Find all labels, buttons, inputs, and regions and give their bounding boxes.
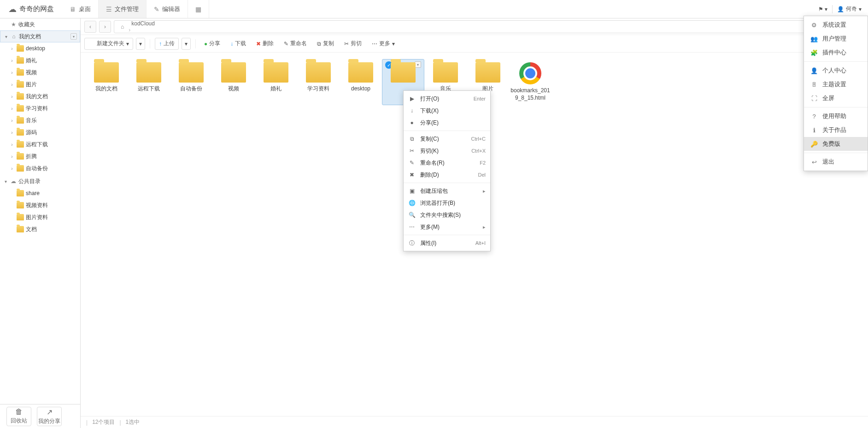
cut-button[interactable]: ✂剪切 <box>340 38 365 50</box>
sidebar-item[interactable]: ›源码 <box>0 126 80 138</box>
sidebar-item[interactable]: ›婚礼 <box>0 54 80 66</box>
folder-icon <box>136 62 161 83</box>
dropdown-icon[interactable]: ▾ <box>70 33 77 40</box>
file-name: 我的文档 <box>86 85 127 93</box>
folder-icon <box>17 81 24 88</box>
tab-desktop-label: 桌面 <box>79 5 91 13</box>
new-folder-split[interactable]: ▾ <box>136 38 145 50</box>
user-menu-trigger[interactable]: 👤 何奇 ▾ <box>837 5 862 13</box>
file-item[interactable]: 我的文档 <box>85 59 128 105</box>
cut-icon: ✂ <box>344 41 349 47</box>
file-item[interactable]: 学习资料 <box>297 59 340 105</box>
folder-icon <box>179 62 204 83</box>
sidebar-item[interactable]: ›远程下载 <box>0 138 80 150</box>
ctx-download[interactable]: ↓下载(X) <box>404 105 490 117</box>
sidebar-item[interactable]: ›视频 <box>0 66 80 78</box>
nav-back-button[interactable]: ‹ <box>84 21 96 33</box>
file-grid[interactable]: 我的文档远程下载自动备份视频婚礼学习资料desktop✓▾音乐图片bookmar… <box>81 53 868 416</box>
file-item[interactable]: 远程下载 <box>128 59 170 105</box>
sidebar-item[interactable]: ›我的文档 <box>0 90 80 102</box>
sidebar-favorites[interactable]: ★ 收藏夹 <box>0 18 80 30</box>
delete-button[interactable]: ✖删除 <box>252 38 277 50</box>
sidebar-label: 收藏夹 <box>18 21 77 29</box>
file-name: 自动备份 <box>171 85 211 93</box>
ctx-properties[interactable]: ⓘ属性(I)Alt+I <box>404 237 490 249</box>
menu-theme[interactable]: 🎚主题设置 <box>804 77 868 91</box>
sidebar-item[interactable]: share <box>0 187 80 199</box>
ctx-more[interactable]: ⋯更多(M)▸ <box>404 221 490 233</box>
menu-user-manage[interactable]: 👥用户管理 <box>804 32 868 46</box>
menu-free-version[interactable]: 🔑免费版 <box>804 137 868 151</box>
delete-icon: ✖ <box>408 172 416 178</box>
file-item[interactable]: bookmarks_2019_8_15.html <box>509 59 551 105</box>
ctx-copy[interactable]: ⧉复制(C)Ctrl+C <box>404 133 490 145</box>
ctx-cut[interactable]: ✂剪切(K)Ctrl+X <box>404 145 490 157</box>
breadcrumb-home[interactable]: ⌂ <box>117 21 128 33</box>
download-button[interactable]: ↓下载 <box>227 38 250 50</box>
tab-editor[interactable]: ✎ 编辑器 <box>147 0 188 18</box>
menu-profile[interactable]: 👤个人中心 <box>804 64 868 77</box>
chevron-down-icon: ▾ <box>126 41 129 47</box>
ctx-search[interactable]: 🔍文件夹中搜索(S) <box>404 209 490 221</box>
menu-logout[interactable]: ↩退出 <box>804 155 868 169</box>
sidebar-item[interactable]: ›学习资料 <box>0 102 80 114</box>
sidebar-item-label: 图片 <box>26 81 77 89</box>
file-item[interactable]: 自动备份 <box>170 59 212 105</box>
file-item[interactable]: desktop <box>340 59 382 105</box>
sidebar-public[interactable]: ▾ ☁ 公共目录 <box>0 175 80 187</box>
upload-split[interactable]: ▾ <box>182 38 191 50</box>
tab-apps[interactable]: ▦ <box>188 0 209 18</box>
ctx-browser[interactable]: 🌐浏览器打开(B) <box>404 197 490 209</box>
menu-label: 关于作品 <box>822 126 846 134</box>
flag-icon[interactable]: ⚑ ▾ <box>818 6 827 12</box>
ctx-delete[interactable]: ✖删除(D)Del <box>404 169 490 181</box>
tab-desktop[interactable]: 🖥 桌面 <box>62 0 99 18</box>
delete-icon: ✖ <box>256 41 261 47</box>
ctx-open[interactable]: ▶打开(O)Enter <box>404 93 490 105</box>
sidebar-item[interactable]: ›自动备份 <box>0 162 80 174</box>
sidebar-my-documents[interactable]: ▾ ⌂ 我的文档 ▾ <box>0 30 80 42</box>
rename-icon: ✎ <box>284 41 288 47</box>
ctx-share[interactable]: ●分享(E) <box>404 117 490 129</box>
ctx-zip[interactable]: ▣创建压缩包▸ <box>404 185 490 197</box>
item-menu-icon[interactable]: ▾ <box>415 61 421 68</box>
file-name: bookmarks_2019_8_15.html <box>510 87 551 101</box>
sidebar-item-label: 婚礼 <box>26 57 77 65</box>
sidebar-item[interactable]: 文档 <box>0 223 80 235</box>
sidebar-item[interactable]: ›音乐 <box>0 114 80 126</box>
new-folder-button[interactable]: 新建文件夹▾ <box>84 38 133 50</box>
my-share-button[interactable]: ↗ 我的分享 <box>37 407 62 426</box>
copy-button[interactable]: ⧉复制 <box>313 38 338 50</box>
upload-button[interactable]: ↑上传 <box>155 38 179 50</box>
question-icon: ? <box>810 113 818 120</box>
sidebar-item[interactable]: 图片资料 <box>0 211 80 223</box>
menu-about[interactable]: ℹ关于作品 <box>804 123 868 137</box>
share-button[interactable]: ●分享 <box>200 38 224 50</box>
list-icon: ☰ <box>106 6 112 13</box>
folder-icon <box>17 190 24 196</box>
ctx-rename[interactable]: ✎重命名(R)F2 <box>404 157 490 169</box>
gear-icon: ⚙ <box>810 22 818 29</box>
recycle-bin-button[interactable]: 🗑 回收站 <box>6 407 31 426</box>
label: 更多(M) <box>420 223 478 231</box>
sidebar-item[interactable]: ›desktop <box>0 42 80 54</box>
menu-plugins[interactable]: 🧩插件中心 <box>804 46 868 59</box>
upload-icon: ↑ <box>159 41 162 47</box>
breadcrumb-item[interactable]: kodCloud <box>128 20 176 27</box>
menu-fullscreen[interactable]: ⛶全屏 <box>804 91 868 105</box>
nav-forward-button[interactable]: › <box>99 21 111 33</box>
file-item[interactable]: 婚礼 <box>255 59 297 105</box>
menu-help[interactable]: ?使用帮助 <box>804 109 868 123</box>
folder-icon <box>17 45 24 52</box>
menu-label: 使用帮助 <box>822 112 846 120</box>
chevron-down-icon: ▾ <box>3 34 9 39</box>
tab-file-manager[interactable]: ☰ 文件管理 <box>99 0 147 18</box>
label: 复制(C) <box>420 135 467 143</box>
file-item[interactable]: 视频 <box>212 59 255 105</box>
sidebar-item[interactable]: ›折腾 <box>0 150 80 162</box>
rename-button[interactable]: ✎重命名 <box>280 38 311 50</box>
menu-system-settings[interactable]: ⚙系统设置 <box>804 18 868 32</box>
sidebar-item[interactable]: 视频资料 <box>0 199 80 211</box>
sidebar-item[interactable]: ›图片 <box>0 78 80 90</box>
more-button[interactable]: ⋯更多▾ <box>368 38 399 50</box>
